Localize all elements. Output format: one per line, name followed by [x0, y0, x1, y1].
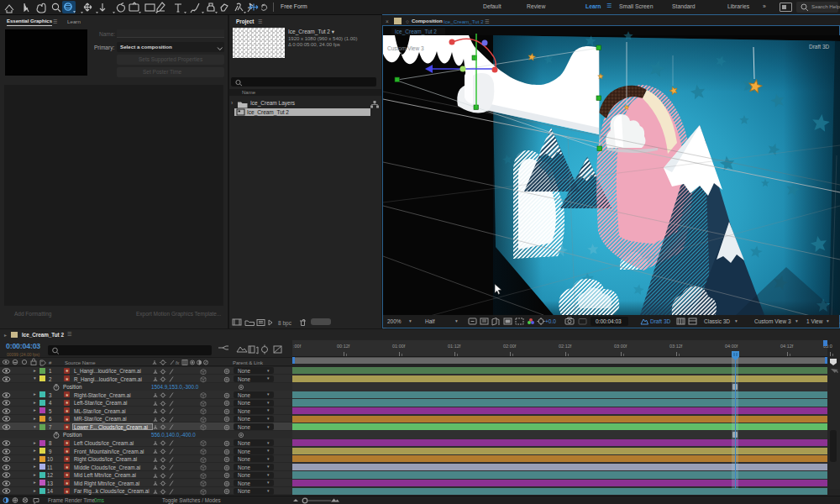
- svg-text:8 bpc: 8 bpc: [278, 320, 292, 327]
- svg-text:Parent & Link: Parent & Link: [233, 360, 264, 365]
- svg-text:Custom View 3: Custom View 3: [387, 45, 424, 51]
- svg-text:fx: fx: [176, 360, 180, 365]
- svg-text:Draft 3D: Draft 3D: [809, 44, 830, 50]
- svg-text:#: #: [49, 360, 52, 365]
- svg-text:Source Name: Source Name: [65, 360, 96, 365]
